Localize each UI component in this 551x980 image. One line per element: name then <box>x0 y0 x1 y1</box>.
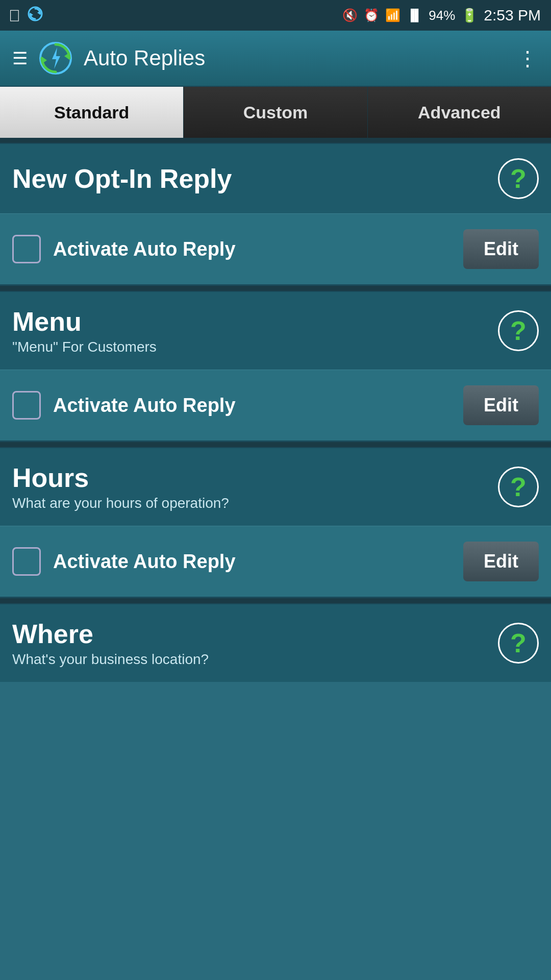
help-icon-where: ? <box>510 630 527 656</box>
section-header-menu: Menu "Menu" For Customers ? <box>0 291 551 370</box>
help-button-new-opt-in[interactable]: ? <box>498 158 539 199</box>
activate-label-new-opt-in: Activate Auto Reply <box>53 238 463 260</box>
section-title-where: Where <box>12 619 209 649</box>
svg-marker-5 <box>42 57 47 64</box>
section-header-where: Where What's your business location? ? <box>0 603 551 682</box>
divider-2 <box>0 442 551 447</box>
section-title-menu: Menu <box>12 306 157 337</box>
divider-1 <box>0 286 551 291</box>
overflow-menu-button[interactable]: ⋮ <box>517 46 539 70</box>
tab-standard[interactable]: Standard <box>0 87 184 138</box>
svg-marker-1 <box>37 11 40 15</box>
status-bar: ⎕ 🔇 ⏰ 📶 ▐▌ 94% 🔋 2:53 PM <box>0 0 551 31</box>
svg-marker-4 <box>64 53 69 60</box>
battery-icon: 🔋 <box>461 8 478 23</box>
section-title-hours: Hours <box>12 462 229 493</box>
section-title-group-where: Where What's your business location? <box>12 619 209 668</box>
help-button-hours[interactable]: ? <box>498 467 539 507</box>
toolbar: ☰ Auto Replies ⋮ <box>0 31 551 87</box>
tab-custom[interactable]: Custom <box>184 87 367 138</box>
help-button-menu[interactable]: ? <box>498 310 539 351</box>
section-title-group-hours: Hours What are your hours of operation? <box>12 462 229 511</box>
activate-label-hours: Activate Auto Reply <box>53 551 463 573</box>
app-logo <box>38 40 73 76</box>
section-title-group-new-opt-in: New Opt-In Reply <box>12 163 232 194</box>
divider-3 <box>0 598 551 603</box>
wifi-icon: 📶 <box>385 8 400 22</box>
divider-top <box>0 138 551 143</box>
section-header-hours: Hours What are your hours of operation? … <box>0 447 551 526</box>
activate-label-menu: Activate Auto Reply <box>53 395 463 416</box>
activate-checkbox-menu[interactable] <box>12 391 41 420</box>
section-header-new-opt-in: New Opt-In Reply ? <box>0 143 551 213</box>
svg-marker-6 <box>52 47 60 69</box>
usb-icon: ⎕ <box>10 7 19 23</box>
activate-checkbox-new-opt-in[interactable] <box>12 235 41 263</box>
app-title: Auto Replies <box>84 46 517 70</box>
section-title-new-opt-in: New Opt-In Reply <box>12 163 232 194</box>
status-bar-left: ⎕ <box>10 6 43 26</box>
help-icon-hours: ? <box>510 474 527 500</box>
menu-icon[interactable]: ☰ <box>12 48 28 68</box>
activate-row-hours: Activate Auto Reply Edit <box>0 526 551 598</box>
svg-marker-2 <box>30 13 33 17</box>
activate-row-menu: Activate Auto Reply Edit <box>0 370 551 442</box>
section-title-group-menu: Menu "Menu" For Customers <box>12 306 157 355</box>
status-time: 2:53 PM <box>484 7 541 24</box>
edit-button-new-opt-in[interactable]: Edit <box>463 229 539 269</box>
section-subtitle-hours: What are your hours of operation? <box>12 495 229 511</box>
activate-checkbox-hours[interactable] <box>12 547 41 576</box>
tab-bar: Standard Custom Advanced <box>0 87 551 138</box>
section-subtitle-where: What's your business location? <box>12 651 209 668</box>
sync-icon <box>27 6 43 26</box>
help-button-where[interactable]: ? <box>498 623 539 664</box>
edit-button-hours[interactable]: Edit <box>463 542 539 581</box>
signal-icon: ▐▌ <box>407 9 422 22</box>
battery-percentage: 94% <box>429 8 455 23</box>
activate-row-new-opt-in: Activate Auto Reply Edit <box>0 213 551 286</box>
status-bar-right: 🔇 ⏰ 📶 ▐▌ 94% 🔋 2:53 PM <box>342 7 541 24</box>
edit-button-menu[interactable]: Edit <box>463 385 539 425</box>
help-icon-new-opt-in: ? <box>510 165 527 192</box>
help-icon-menu: ? <box>510 317 527 344</box>
tab-advanced[interactable]: Advanced <box>368 87 551 138</box>
mute-icon: 🔇 <box>342 8 358 22</box>
alarm-icon: ⏰ <box>364 8 379 22</box>
section-subtitle-menu: "Menu" For Customers <box>12 339 157 355</box>
